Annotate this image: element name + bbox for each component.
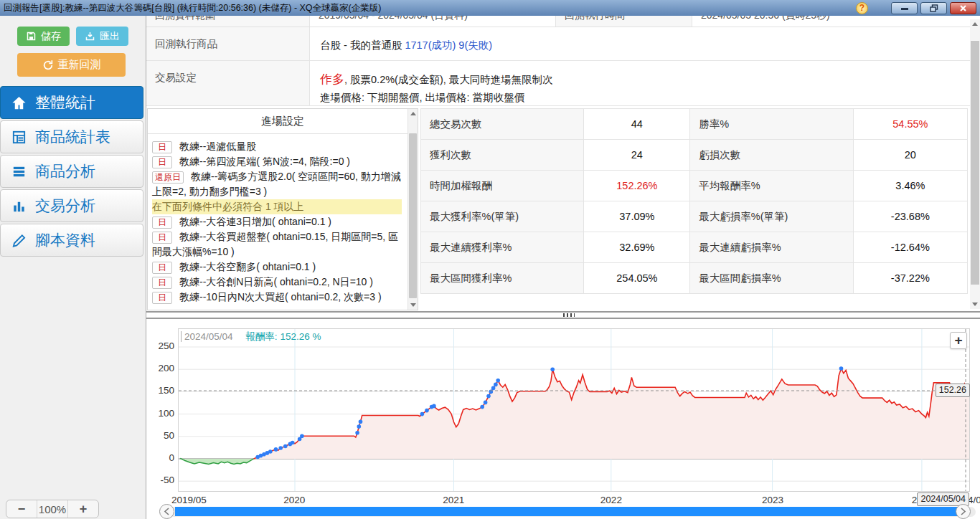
stat-value: 24 — [584, 140, 690, 171]
main-scrollbar-thumb[interactable] — [971, 41, 979, 285]
equity-chart-section: 2024/05/04 報酬率: 152.26 % + 2502001501005… — [146, 319, 980, 519]
sidebar-item-label: 商品統計表 — [35, 127, 110, 147]
stat-value: -12.64% — [853, 232, 967, 263]
sidebar-item-5[interactable]: 腳本資料 — [0, 224, 143, 257]
y-tick-label: 50 — [146, 430, 174, 441]
stat-label: 最大區間獲利率% — [421, 263, 584, 294]
sidebar-item-3[interactable]: 商品分析 — [0, 155, 143, 188]
stat-label: 虧損次數 — [690, 140, 853, 171]
horizontal-splitter[interactable] — [146, 311, 980, 319]
product-result-link[interactable]: 1717(成功) 9(失敗) — [405, 39, 492, 51]
data-range-label: 回測資料範圍 — [146, 16, 310, 27]
stat-value: 20 — [853, 140, 967, 171]
save-button[interactable]: 儲存 — [17, 27, 70, 46]
page-zoom-control: − 100% + — [6, 500, 99, 518]
main-scroll-down-icon[interactable] — [970, 300, 980, 309]
zoom-level: 100% — [37, 500, 68, 518]
entry-scrollbar-thumb[interactable] — [409, 133, 417, 298]
entry-condition: 日教練--第四波尾端( 第N波:=4, 階段:=0 ) — [152, 154, 402, 169]
condition-text: 教練--籌碼多方選股2.0( 空頭區間=60, 動力增減上限=2, 動力翻多門檻… — [152, 171, 401, 197]
y-tick-label: 250 — [146, 341, 174, 351]
restore-button[interactable] — [920, 2, 947, 14]
entry-settings-panel: 進場設定 日教練--過濾低量股日教練--第四波尾端( 第N波:=4, 階段:=0… — [147, 108, 418, 310]
chart-hover-date: 2024/05/04 — [181, 331, 233, 342]
table-icon — [11, 129, 27, 146]
chart-scroll-left-button[interactable] — [159, 504, 174, 519]
rerun-backtest-button[interactable]: 重新回測 — [17, 53, 126, 77]
help-icon[interactable]: ? — [856, 2, 868, 14]
stats-row: 最大區間獲利率%254.05%最大區間虧損率%-37.22% — [421, 263, 968, 294]
x-tick-label: 2022 — [600, 495, 622, 505]
stat-label: 最大連續虧損率% — [690, 232, 853, 263]
y-tick-label: 100 — [146, 408, 174, 419]
main-scrollbar[interactable] — [970, 19, 980, 309]
condition-text: 教練--10日內N次大買超( ohtani=0.2, 次數=3 ) — [179, 291, 382, 303]
long-direction-text: 作多 — [320, 72, 344, 86]
sidebar-item-4[interactable]: 交易分析 — [0, 189, 143, 222]
product-value: 台股 - 我的普通股 — [320, 39, 405, 51]
period-badge: 還原日 — [152, 171, 184, 184]
overall-stats-table: 總交易次數44勝率%54.55%獲利次數24虧損次數20時間加權報酬152.26… — [420, 108, 968, 310]
scroll-up-icon[interactable] — [408, 109, 418, 118]
sidebar-item-label: 腳本資料 — [35, 230, 95, 250]
trade-settings-label: 交易設定 — [146, 61, 310, 105]
chart-zoom-in-button[interactable]: + — [950, 332, 967, 349]
trade-price-text: 進場價格: 下期開盤價, 出場價格: 當期收盤價 — [320, 92, 524, 103]
report-upper-section: 回測資料範圍 2019/05/04 - 2024/05/04 (日資料) 回測執… — [146, 16, 980, 311]
chart-scroll-right-button[interactable] — [956, 504, 971, 519]
scroll-down-icon[interactable] — [408, 300, 418, 310]
chart-hscrollbar-thumb[interactable] — [175, 507, 960, 516]
condition-text: 教練--第四波尾端( 第N波:=4, 階段:=0 ) — [179, 156, 350, 167]
close-icon — [959, 4, 967, 12]
y-tick-label: 200 — [146, 363, 174, 373]
sidebar-item-1[interactable]: 整體統計 — [0, 86, 143, 119]
entry-condition: 日教練--10日內N次大買超( ohtani=0.2, 次數=3 ) — [152, 290, 402, 305]
equity-curve-plot[interactable] — [178, 328, 970, 492]
stat-label: 最大區間虧損率% — [690, 263, 853, 294]
zoom-in-button[interactable]: + — [68, 500, 98, 518]
period-badge: 日 — [152, 292, 172, 304]
sidebar-item-label: 交易分析 — [35, 196, 95, 216]
export-label: 匯出 — [100, 30, 120, 43]
sidebar-item-2[interactable]: 商品統計表 — [0, 120, 143, 153]
stats-row: 總交易次數44勝率%54.55% — [421, 109, 968, 140]
main-scroll-up-icon[interactable] — [970, 19, 980, 29]
y-tick-label: 0 — [146, 452, 174, 463]
sidebar-item-label: 整體統計 — [35, 92, 95, 113]
period-badge: 日 — [152, 156, 172, 168]
minimize-button[interactable] — [891, 2, 918, 14]
sidebar: 儲存 匯出 重新回測 整體統計商品統計表商品分析交易分析腳本資料 − 100% … — [0, 16, 146, 519]
minimize-icon — [900, 5, 909, 11]
x-tick-label: 2021 — [443, 495, 464, 505]
condition-text: 教練--大谷空翻多( ohtani=0.1 ) — [179, 261, 316, 272]
chevron-left-icon — [164, 508, 170, 515]
stat-value: 3.46% — [853, 171, 967, 201]
stat-value: 37.09% — [584, 201, 690, 232]
data-range-value: 2019/05/04 - 2024/05/04 (日資料) — [310, 16, 556, 27]
x-tick-label: 2020 — [283, 495, 305, 505]
stat-label: 時間加權報酬 — [421, 171, 584, 201]
product-label: 回測執行商品 — [146, 27, 310, 60]
entry-condition: 日教練--大谷連3日增加( ohtani=0.1 ) — [152, 214, 402, 229]
crosshair-value-label: 152.26 — [936, 384, 970, 397]
entry-condition: 還原日教練--籌碼多方選股2.0( 空頭區間=60, 動力增減上限=2, 動力翻… — [152, 169, 402, 199]
stat-label: 最大獲利率%(單筆) — [421, 201, 584, 232]
refresh-icon — [42, 59, 54, 71]
entry-panel-scrollbar[interactable] — [407, 109, 418, 310]
close-button[interactable] — [950, 2, 976, 14]
return-rate-label: 報酬率: — [245, 331, 277, 342]
exec-time-label: 回測執行時間 — [556, 16, 692, 27]
bar-chart-icon — [11, 198, 27, 214]
stat-value: 54.55% — [853, 109, 967, 140]
export-button[interactable]: 匯出 — [76, 27, 128, 46]
y-tick-label: 150 — [146, 385, 174, 396]
restore-icon — [930, 4, 938, 12]
stat-label: 勝率% — [690, 109, 853, 140]
entry-condition: 日教練--大谷空翻多( ohtani=0.1 ) — [152, 260, 402, 275]
window-title: 回測報告[選股]:教練--第四波大谷籌碼[台股] (執行時間:20:56:36)… — [4, 2, 856, 14]
period-badge: 日 — [152, 141, 172, 153]
chart-header: 2024/05/04 報酬率: 152.26 % — [181, 330, 321, 343]
x-tick-label: 2019/05 — [171, 495, 207, 505]
zoom-out-button[interactable]: − — [6, 500, 37, 518]
condition-text: 教練--大谷買超盤整( ohtani=0.15, 日期區間=5, 區間最大漲幅%… — [152, 231, 398, 257]
